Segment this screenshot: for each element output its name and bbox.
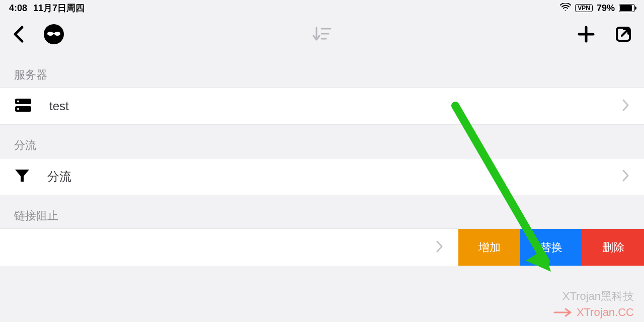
- status-time: 4:08: [9, 3, 27, 14]
- back-button[interactable]: [12, 25, 26, 45]
- sort-icon[interactable]: [312, 36, 332, 44]
- arrow-right-icon: [553, 308, 574, 317]
- block-row[interactable]: 增加 替换 删除: [0, 228, 644, 266]
- svg-rect-3: [53, 33, 55, 34]
- server-row[interactable]: test: [0, 88, 644, 125]
- svg-line-11: [622, 30, 628, 36]
- vpn-badge: VPN: [575, 4, 593, 12]
- watermark-text-1: XTrojan黑科技: [562, 289, 634, 304]
- chevron-right-icon: [622, 99, 630, 114]
- share-icon[interactable]: [615, 26, 632, 45]
- filter-icon: [14, 168, 30, 186]
- add-button[interactable]: [578, 26, 595, 45]
- svg-point-2: [54, 32, 60, 36]
- top-nav: [0, 16, 644, 54]
- routing-row-label: 分流: [47, 169, 71, 185]
- battery-percent: 79%: [597, 3, 615, 14]
- block-row-content: [0, 229, 458, 266]
- server-row-label: test: [49, 99, 69, 113]
- routing-row[interactable]: 分流: [0, 158, 644, 195]
- watermark-text-2: XTrojan.CC: [553, 306, 634, 319]
- svg-marker-16: [15, 170, 29, 182]
- svg-point-1: [47, 32, 53, 36]
- section-header-routing: 分流: [0, 125, 644, 158]
- section-header-server: 服务器: [0, 54, 644, 88]
- ninja-mask-icon[interactable]: [43, 24, 64, 47]
- svg-point-15: [17, 108, 19, 110]
- server-icon: [14, 97, 32, 115]
- chevron-right-icon: [436, 240, 444, 255]
- svg-point-14: [17, 101, 19, 103]
- swipe-action-add[interactable]: 增加: [458, 229, 520, 266]
- swipe-actions: 增加 替换 删除: [458, 229, 644, 266]
- chevron-right-icon: [622, 169, 630, 184]
- swipe-action-delete[interactable]: 删除: [582, 229, 644, 266]
- status-date: 11月7日周四: [33, 2, 85, 14]
- battery-icon: [619, 4, 635, 12]
- swipe-action-replace[interactable]: 替换: [520, 229, 582, 266]
- status-bar: 4:08 11月7日周四 VPN 79%: [0, 0, 644, 16]
- section-header-block: 链接阻止: [0, 195, 644, 228]
- wifi-icon: [560, 3, 571, 14]
